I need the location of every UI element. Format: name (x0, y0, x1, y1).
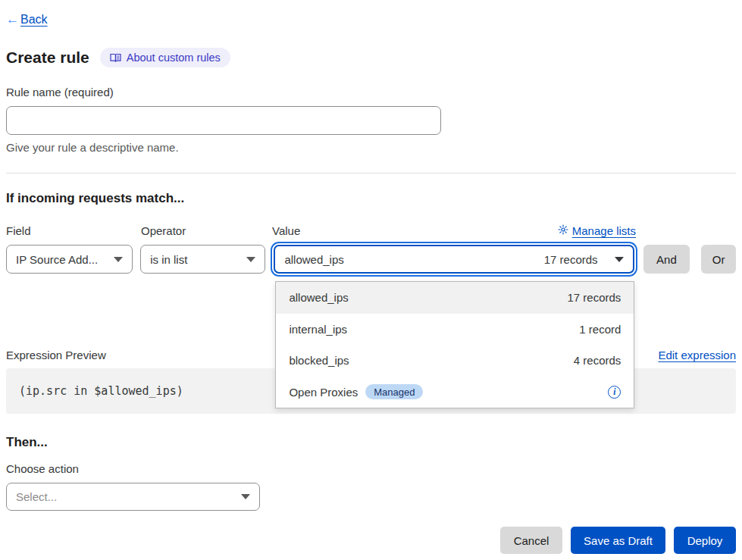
chevron-down-icon (114, 257, 123, 262)
chevron-down-icon (246, 257, 255, 262)
cancel-button[interactable]: Cancel (500, 527, 562, 554)
match-section: If incoming requests match... Field Oper… (6, 191, 736, 274)
list-option-name: internal_ips (289, 323, 347, 336)
book-icon (110, 53, 121, 63)
section-divider (6, 173, 736, 174)
back-link-label: Back (20, 13, 48, 27)
manage-lists-link[interactable]: Manage lists (558, 224, 636, 237)
match-heading: If incoming requests match... (6, 191, 736, 206)
rule-name-helper: Give your rule a descriptive name. (6, 141, 736, 154)
list-option-name: blocked_ips (289, 354, 349, 367)
chevron-down-icon (241, 494, 250, 499)
rule-name-block: Rule name (required) Give your rule a de… (6, 86, 736, 154)
operator-select-value: is in list (150, 253, 187, 266)
back-row: ←Back (6, 0, 736, 27)
list-option-allowed-ips[interactable]: allowed_ips 17 records (276, 282, 634, 314)
and-button[interactable]: And (643, 245, 690, 274)
choose-action-label: Choose action (6, 462, 736, 475)
field-label: Field (6, 224, 141, 237)
condition-labels-row: Field Operator Value Manage lists (6, 224, 736, 237)
value-select-records: 17 records (544, 253, 598, 266)
back-arrow-icon: ← (6, 12, 19, 27)
info-icon[interactable]: i (608, 386, 621, 399)
field-select-value: IP Source Add... (16, 253, 98, 266)
create-rule-page: ←Back Create rule About custom rules Rul… (0, 0, 742, 554)
action-select[interactable]: Select... (6, 483, 260, 511)
footer-actions: Cancel Save as Draft Deploy (6, 527, 736, 554)
list-option-blocked-ips[interactable]: blocked_ips 4 records (276, 345, 634, 377)
save-as-draft-button[interactable]: Save as Draft (571, 527, 665, 554)
title-row: Create rule About custom rules (6, 48, 736, 67)
field-select[interactable]: IP Source Add... (6, 245, 133, 274)
lists-dropdown: allowed_ips 17 records internal_ips 1 re… (275, 281, 634, 408)
about-custom-rules-label: About custom rules (127, 52, 221, 64)
back-link[interactable]: ←Back (6, 12, 48, 27)
condition-row: IP Source Add... is in list allowed_ips … (6, 245, 736, 274)
value-select-value: allowed_ips (284, 253, 343, 266)
value-select[interactable]: allowed_ips 17 records (274, 245, 634, 274)
gear-icon (558, 224, 568, 237)
chevron-down-icon (615, 257, 624, 262)
value-label: Value (272, 224, 300, 237)
then-heading: Then... (6, 435, 736, 450)
or-button[interactable]: Or (701, 245, 736, 274)
action-select-placeholder: Select... (16, 490, 57, 503)
managed-badge: Managed (365, 384, 423, 399)
operator-select[interactable]: is in list (140, 245, 265, 274)
list-option-records: 17 records (568, 291, 621, 304)
operator-label: Operator (141, 224, 272, 237)
then-section: Then... Choose action Select... (6, 435, 736, 511)
expression-preview-label: Expression Preview (6, 349, 106, 361)
expression-code: (ip.src in $allowed_ips) (19, 384, 183, 398)
rule-name-label: Rule name (required) (6, 86, 114, 99)
list-option-name: Open Proxies (289, 386, 358, 399)
list-option-records: 4 records (574, 354, 621, 367)
list-option-name: allowed_ips (289, 291, 348, 304)
page-title: Create rule (6, 48, 89, 67)
manage-lists-label: Manage lists (572, 224, 636, 237)
list-option-records: 1 record (579, 323, 621, 336)
list-option-open-proxies[interactable]: Open Proxies Managed i (276, 377, 634, 408)
rule-name-input[interactable] (6, 106, 441, 135)
value-select-wrap: allowed_ips 17 records allowed_ips 17 re… (274, 245, 634, 274)
edit-expression-link[interactable]: Edit expression (658, 349, 736, 361)
deploy-button[interactable]: Deploy (674, 527, 736, 554)
about-custom-rules-link[interactable]: About custom rules (100, 48, 230, 67)
list-option-internal-ips[interactable]: internal_ips 1 record (276, 314, 634, 346)
